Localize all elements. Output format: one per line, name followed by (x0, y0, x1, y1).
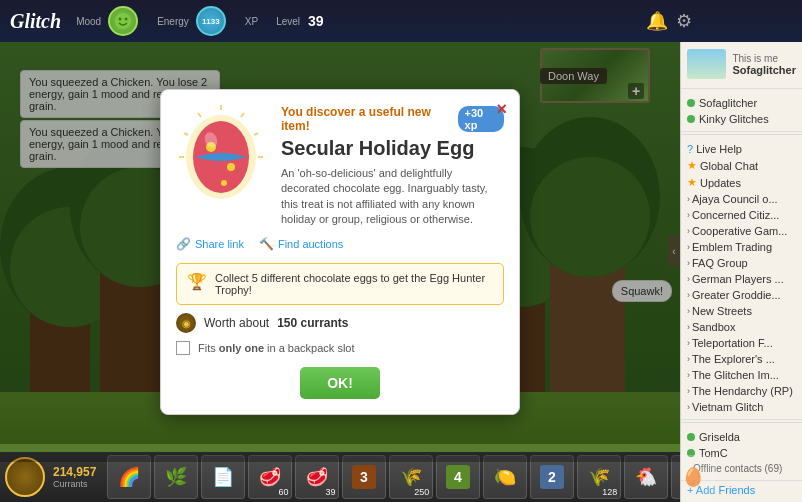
energy-stat: Energy 1133 (157, 6, 230, 36)
item-icon-11: 🐔 (635, 466, 657, 488)
divider-3 (681, 422, 802, 423)
svg-line-8 (184, 133, 188, 135)
player-section: This is me Sofaglitcher (681, 42, 802, 86)
player-avatar-bottom[interactable] (5, 457, 45, 497)
contact-name-2: Kinky Glitches (699, 113, 769, 125)
item-icon-4: 🥩 (306, 466, 328, 488)
svg-text:4: 4 (454, 469, 462, 485)
player-name[interactable]: Sofaglitcher (732, 64, 796, 76)
item-icon-12: 🥚 (682, 466, 704, 488)
item-icon-10: 🌾 (588, 466, 610, 488)
divider-2 (681, 134, 802, 135)
dot-griselda (687, 433, 695, 441)
star-icon-2: ★ (687, 176, 697, 189)
this-is-me-label: This is me (732, 53, 796, 64)
gear-icon[interactable]: ⚙ (676, 10, 692, 32)
modal-overlay: × (0, 42, 680, 462)
egg-image (176, 105, 266, 195)
arrow-icon-3: › (687, 226, 690, 236)
arrow-icon-14: › (687, 402, 690, 412)
status-dot-green-2 (687, 115, 695, 123)
channel-updates[interactable]: ★ Updates (687, 174, 796, 191)
svg-point-13 (227, 163, 235, 171)
svg-point-2 (125, 18, 128, 21)
contact-griselda[interactable]: Griselda (687, 429, 796, 445)
arrow-icon-9: › (687, 322, 690, 332)
arrow-icon-11: › (687, 354, 690, 364)
channel-glitchen[interactable]: › The Glitchen Im... (687, 367, 796, 383)
arrow-icon-10: › (687, 338, 690, 348)
channel-global-chat[interactable]: ★ Global Chat (687, 157, 796, 174)
share-icon: 🔗 (176, 237, 191, 251)
contact-kinky-glitches[interactable]: Kinky Glitches (687, 111, 796, 127)
channel-greater[interactable]: › Greater Groddie... (687, 287, 796, 303)
find-auctions-link[interactable]: 🔨 Find auctions (259, 237, 343, 251)
contact-sofaglitcher[interactable]: Sofaglitcher (687, 95, 796, 111)
top-icons: 🔔 ⚙ (646, 10, 692, 32)
ok-button[interactable]: OK! (300, 367, 380, 399)
channel-emblem[interactable]: › Emblem Trading (687, 239, 796, 255)
modal-close-button[interactable]: × (496, 100, 507, 118)
channel-concerned[interactable]: › Concerned Citiz... (687, 207, 796, 223)
level-stat: Level 39 (276, 13, 323, 29)
item-icon-2: 📄 (212, 466, 234, 488)
share-link[interactable]: 🔗 Share link (176, 237, 244, 251)
item-icon-8: 🍋 (494, 466, 516, 488)
quest-box: 🏆 Collect 5 different chocolate eggs to … (176, 263, 504, 305)
channel-new-streets[interactable]: › New Streets (687, 303, 796, 319)
channel-cooperative[interactable]: › Cooperative Gam... (687, 223, 796, 239)
arrow-icon-12: › (687, 370, 690, 380)
arrow-icon-2: › (687, 210, 690, 220)
channel-faq[interactable]: › FAQ Group (687, 255, 796, 271)
item-count-4: 39 (325, 487, 335, 497)
auction-icon: 🔨 (259, 237, 274, 251)
backpack-checkbox (176, 341, 190, 355)
arrow-icon-6: › (687, 274, 690, 284)
energy-circle: 1133 (196, 6, 226, 36)
right-sidebar: This is me Sofaglitcher Sofaglitcher Kin… (680, 42, 802, 502)
discovered-label: You discover a useful new item! +30 xp (281, 105, 504, 133)
item-icon-0: 🌈 (118, 466, 140, 488)
channels-section: ? Live Help ★ Global Chat ★ Updates › Aj… (681, 137, 802, 420)
xp-stat: XP (245, 16, 261, 27)
status-dot-green (687, 99, 695, 107)
arrow-icon-7: › (687, 290, 690, 300)
item-icon-1: 🌿 (165, 466, 187, 488)
arrow-icon-4: › (687, 242, 690, 252)
item-icon-7: 4 (444, 463, 472, 491)
currency-label: Currants (53, 479, 96, 489)
bell-icon[interactable]: 🔔 (646, 10, 668, 32)
item-count-3: 60 (278, 487, 288, 497)
star-icon-1: ★ (687, 159, 697, 172)
channel-vietnam[interactable]: › Vietnam Glitch (687, 399, 796, 415)
currant-icon: ◉ (176, 313, 196, 333)
channel-ajaya[interactable]: › Ajaya Council o... (687, 191, 796, 207)
modal-title-area: You discover a useful new item! +30 xp S… (281, 105, 504, 228)
svg-point-1 (119, 18, 122, 21)
item-count-10: 128 (602, 487, 617, 497)
channel-german[interactable]: › German Players ... (687, 271, 796, 287)
channel-explorer[interactable]: › The Explorer's ... (687, 351, 796, 367)
svg-point-0 (115, 13, 131, 29)
trophy-icon: 🏆 (187, 272, 207, 291)
svg-line-7 (198, 113, 201, 117)
item-icon-5: 3 (350, 463, 378, 491)
item-description: An 'oh-so-delicious' and delightfully de… (281, 166, 504, 228)
currency-display: 214,957 Currants (53, 465, 96, 489)
svg-text:3: 3 (360, 469, 368, 485)
svg-point-14 (221, 180, 227, 186)
item-discovery-modal: × (160, 89, 520, 416)
item-count-6: 250 (414, 487, 429, 497)
channel-sandbox[interactable]: › Sandbox (687, 319, 796, 335)
svg-line-5 (254, 133, 258, 135)
channel-live-help[interactable]: ? Live Help (687, 141, 796, 157)
contact-name: Sofaglitcher (699, 97, 757, 109)
game-logo: Glitch (10, 10, 61, 33)
question-icon: ? (687, 143, 693, 155)
arrow-icon-8: › (687, 306, 690, 316)
worth-row: ◉ Worth about 150 currants (176, 313, 504, 333)
divider-1 (681, 88, 802, 89)
modal-body: 🔗 Share link 🔨 Find auctions 🏆 Collect 5… (176, 237, 504, 399)
channel-teleportation[interactable]: › Teleportation F... (687, 335, 796, 351)
channel-hendarchy[interactable]: › The Hendarchy (RP) (687, 383, 796, 399)
